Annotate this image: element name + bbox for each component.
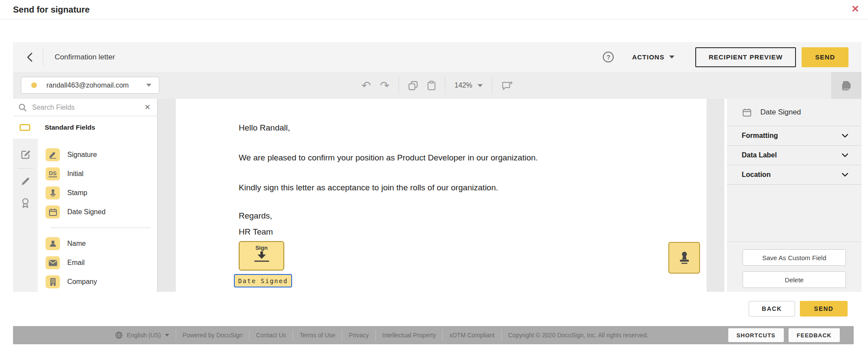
copyright-text: Copyright © 2020 DocuSign, Inc. All righ… (508, 332, 648, 339)
send-button-bottom[interactable]: SEND (800, 301, 848, 317)
send-button-top[interactable]: SEND (802, 47, 848, 67)
undo-icon[interactable]: ↶ (362, 80, 371, 91)
toolbar-divider (492, 77, 492, 94)
primary-toolbar: Confirmation letter ? ACTIONS RECIPIENT … (13, 42, 861, 72)
back-button[interactable]: BACK (749, 301, 795, 317)
language-selector[interactable]: English (US) (115, 331, 169, 339)
field-properties-panel: Date Signed Formatting Data Label Locati… (727, 99, 861, 292)
chevron-down-icon (842, 153, 848, 157)
field-item-stamp[interactable]: Stamp (38, 183, 157, 202)
field-properties-header: Date Signed (727, 99, 861, 126)
shortcuts-button[interactable]: SHORTCUTS (728, 328, 784, 342)
edit-tools: ↶ ↷ 142% (362, 72, 513, 99)
zoom-level: 142% (454, 82, 472, 89)
redo-icon[interactable]: ↷ (380, 80, 390, 91)
help-icon[interactable]: ? (603, 52, 614, 62)
calendar-icon (46, 206, 60, 219)
clear-search-icon[interactable]: ✕ (145, 103, 151, 112)
field-item-name[interactable]: Name (38, 234, 157, 253)
panel-spacer (727, 185, 861, 242)
recipient-selector[interactable]: randall463@zohomail.com (21, 77, 159, 94)
chevron-down-icon (146, 84, 151, 87)
letter-greeting: Hello Randall, (239, 123, 290, 133)
building-icon (46, 275, 60, 288)
language-label: English (US) (127, 332, 161, 339)
selected-field-title: Date Signed (760, 108, 801, 117)
footer-divider (293, 330, 293, 341)
footer: English (US) Powered by DocuSign Contact… (13, 326, 854, 344)
chevron-down-icon (477, 84, 483, 87)
zoom-selector[interactable]: 142% (454, 82, 483, 89)
signature-field-placed[interactable]: Sign (239, 241, 284, 271)
footer-link-intellectual-property[interactable]: Intellectual Property (382, 332, 436, 339)
footer-divider (375, 330, 376, 341)
footer-divider (342, 330, 342, 341)
editor-content: ✕ Standard Fields (13, 99, 861, 292)
footer-divider (249, 330, 250, 341)
feedback-button[interactable]: FEEDBACK (789, 328, 840, 342)
recipient-email: randall463@zohomail.com (46, 82, 129, 89)
field-item-company[interactable]: Company (38, 272, 157, 291)
letter-signoff: Regards, (239, 211, 272, 221)
footer-divider (176, 330, 176, 341)
footer-divider (501, 330, 502, 341)
chevron-down-icon (842, 134, 848, 138)
modal-header: Send for signature ✕ (0, 0, 868, 20)
page-thumbnails-icon[interactable] (831, 72, 861, 99)
save-as-custom-field-button[interactable]: Save As Custom Field (743, 249, 846, 266)
footer-link-terms-of-use[interactable]: Terms of Use (299, 332, 335, 339)
person-icon (46, 237, 60, 250)
initial-icon: DS (46, 167, 60, 180)
comment-add-icon[interactable] (501, 81, 513, 91)
close-icon[interactable]: ✕ (852, 3, 859, 15)
field-item-email[interactable]: Email (38, 253, 157, 272)
letter-paragraph: Kindly sign this letter as acceptance to… (239, 183, 498, 193)
stamp-icon (46, 186, 60, 199)
accordion-location[interactable]: Location (727, 165, 861, 185)
globe-icon (115, 331, 123, 339)
back-chevron-icon[interactable] (27, 52, 33, 62)
delete-field-button[interactable]: Delete (743, 271, 846, 288)
chevron-down-icon (842, 173, 848, 177)
accordion-formatting[interactable]: Formatting (727, 126, 861, 146)
footer-link-powered-by[interactable]: Powered by DocuSign (183, 332, 243, 339)
copy-icon[interactable] (408, 81, 418, 91)
recipient-preview-button[interactable]: RECIPIENT PREVIEW (695, 47, 796, 67)
paste-icon[interactable] (427, 81, 436, 91)
document-title: Confirmation letter (55, 53, 115, 62)
letter-signoff-team: HR Team (239, 227, 273, 237)
fields-sidebar: ✕ Standard Fields (13, 99, 158, 292)
actions-menu-button[interactable]: ACTIONS (632, 53, 674, 61)
pen-tool-icon[interactable] (20, 176, 30, 186)
bottom-action-bar: BACK SEND (13, 292, 861, 326)
field-item-signature[interactable]: Signature (38, 145, 157, 164)
sign-arrow-icon (251, 251, 272, 263)
footer-link-privacy[interactable]: Privacy (349, 332, 369, 339)
standard-fields-title: Standard Fields (45, 124, 95, 131)
send-for-signature-screen: Send for signature ✕ Confirmation letter… (0, 0, 868, 346)
stamp-field-placed[interactable] (668, 242, 700, 274)
standard-fields-icon (20, 124, 30, 131)
envelope-icon (46, 256, 60, 269)
search-icon (18, 103, 27, 112)
document-page: Hello Randall, We are pleased to confirm… (176, 99, 707, 292)
fields-divider (51, 228, 151, 228)
footer-divider (442, 330, 443, 341)
field-category-strip (13, 139, 38, 292)
letter-paragraph: We are pleased to confirm your position … (239, 153, 538, 163)
ribbon-badge-icon[interactable] (21, 198, 30, 209)
footer-link-contact-us[interactable]: Contact Us (256, 332, 286, 339)
page-title: Send for signature (13, 5, 90, 15)
field-item-initial[interactable]: DS Initial (38, 164, 157, 183)
signer-fields-tab-icon[interactable] (20, 149, 31, 160)
accordion-data-label[interactable]: Data Label (727, 146, 861, 165)
editor-toolbar: randall463@zohomail.com ↶ ↷ 142% (13, 72, 861, 99)
footer-link-xdtm-compliant[interactable]: xDTM Compliant (449, 332, 494, 339)
chevron-down-icon (165, 334, 169, 336)
field-item-date-signed[interactable]: Date Signed (38, 202, 157, 222)
standard-fields-header: Standard Fields (13, 116, 157, 139)
stamp-icon (677, 251, 692, 265)
signature-icon (46, 148, 60, 161)
date-signed-field-placed[interactable]: Date Signed (234, 274, 292, 287)
search-fields-input[interactable] (32, 104, 145, 111)
